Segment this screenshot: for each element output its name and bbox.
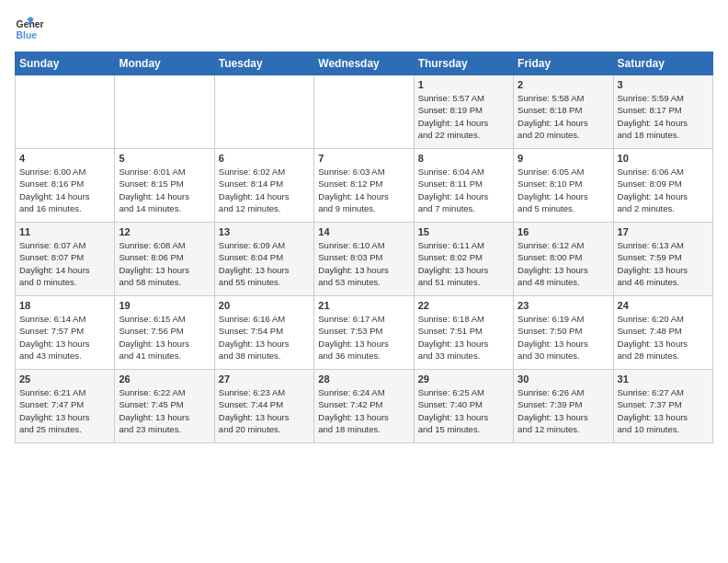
calendar-cell: 9Sunrise: 6:05 AM Sunset: 8:10 PM Daylig… (514, 149, 613, 223)
day-number: 21 (318, 300, 409, 311)
day-info: Sunrise: 6:27 AM Sunset: 7:37 PM Dayligh… (618, 386, 709, 435)
calendar-cell: 28Sunrise: 6:24 AM Sunset: 7:42 PM Dayli… (314, 370, 414, 443)
day-info: Sunrise: 6:12 AM Sunset: 8:00 PM Dayligh… (518, 239, 609, 288)
day-info: Sunrise: 5:59 AM Sunset: 8:17 PM Dayligh… (618, 92, 709, 141)
day-number: 14 (318, 226, 409, 237)
day-number: 2 (518, 79, 609, 90)
calendar-cell: 13Sunrise: 6:09 AM Sunset: 8:04 PM Dayli… (214, 223, 313, 296)
day-number: 27 (219, 373, 310, 385)
calendar-cell: 6Sunrise: 6:02 AM Sunset: 8:14 PM Daylig… (214, 149, 313, 223)
day-number: 24 (618, 300, 709, 311)
day-number: 9 (518, 153, 609, 164)
calendar-week-row: 18Sunrise: 6:14 AM Sunset: 7:57 PM Dayli… (16, 296, 713, 370)
weekday-header-thursday: Thursday (414, 52, 513, 75)
day-info: Sunrise: 6:13 AM Sunset: 7:59 PM Dayligh… (618, 239, 709, 288)
weekday-header-wednesday: Wednesday (314, 52, 414, 75)
day-info: Sunrise: 6:18 AM Sunset: 7:51 PM Dayligh… (418, 313, 509, 362)
day-info: Sunrise: 6:04 AM Sunset: 8:11 PM Dayligh… (418, 166, 509, 214)
calendar-cell: 1Sunrise: 5:57 AM Sunset: 8:19 PM Daylig… (414, 75, 513, 149)
calendar-cell: 5Sunrise: 6:01 AM Sunset: 8:15 PM Daylig… (115, 149, 214, 223)
day-number: 10 (618, 153, 709, 164)
svg-text:Blue: Blue (17, 30, 38, 40)
calendar-cell (115, 75, 214, 149)
day-number: 6 (219, 153, 310, 164)
weekday-header-tuesday: Tuesday (214, 52, 313, 75)
day-number: 28 (318, 373, 409, 385)
calendar-cell: 23Sunrise: 6:19 AM Sunset: 7:50 PM Dayli… (514, 296, 613, 370)
calendar-cell: 25Sunrise: 6:21 AM Sunset: 7:47 PM Dayli… (16, 370, 115, 443)
day-number: 11 (19, 226, 110, 237)
day-number: 25 (19, 373, 110, 385)
day-info: Sunrise: 6:01 AM Sunset: 8:15 PM Dayligh… (119, 166, 210, 214)
calendar-cell: 4Sunrise: 6:00 AM Sunset: 8:16 PM Daylig… (16, 149, 115, 223)
day-info: Sunrise: 6:06 AM Sunset: 8:09 PM Dayligh… (618, 166, 709, 214)
calendar-cell: 15Sunrise: 6:11 AM Sunset: 8:02 PM Dayli… (414, 223, 513, 296)
calendar-cell: 14Sunrise: 6:10 AM Sunset: 8:03 PM Dayli… (314, 223, 414, 296)
day-number: 16 (518, 226, 609, 237)
day-info: Sunrise: 6:09 AM Sunset: 8:04 PM Dayligh… (219, 239, 310, 288)
day-number: 17 (618, 226, 709, 237)
day-info: Sunrise: 6:17 AM Sunset: 7:53 PM Dayligh… (318, 313, 409, 362)
weekday-header-saturday: Saturday (613, 52, 712, 75)
day-info: Sunrise: 6:20 AM Sunset: 7:48 PM Dayligh… (618, 313, 709, 362)
day-info: Sunrise: 6:05 AM Sunset: 8:10 PM Dayligh… (518, 166, 609, 214)
calendar-cell: 24Sunrise: 6:20 AM Sunset: 7:48 PM Dayli… (613, 296, 712, 370)
day-info: Sunrise: 6:00 AM Sunset: 8:16 PM Dayligh… (19, 166, 110, 214)
day-info: Sunrise: 6:21 AM Sunset: 7:47 PM Dayligh… (19, 386, 110, 435)
day-number: 31 (618, 373, 709, 385)
day-number: 18 (19, 300, 110, 311)
weekday-header-friday: Friday (514, 52, 613, 75)
day-info: Sunrise: 6:14 AM Sunset: 7:57 PM Dayligh… (19, 313, 110, 362)
day-number: 20 (219, 300, 310, 311)
calendar-cell: 20Sunrise: 6:16 AM Sunset: 7:54 PM Dayli… (214, 296, 313, 370)
calendar-cell: 17Sunrise: 6:13 AM Sunset: 7:59 PM Dayli… (613, 223, 712, 296)
day-number: 12 (119, 226, 210, 237)
day-info: Sunrise: 6:11 AM Sunset: 8:02 PM Dayligh… (418, 239, 509, 288)
calendar-cell: 12Sunrise: 6:08 AM Sunset: 8:06 PM Dayli… (115, 223, 214, 296)
day-info: Sunrise: 6:16 AM Sunset: 7:54 PM Dayligh… (219, 313, 310, 362)
day-number: 29 (418, 373, 509, 385)
calendar-cell: 3Sunrise: 5:59 AM Sunset: 8:17 PM Daylig… (613, 75, 712, 149)
logo: General Blue (15, 15, 51, 44)
weekday-header-sunday: Sunday (16, 52, 115, 75)
calendar-cell: 11Sunrise: 6:07 AM Sunset: 8:07 PM Dayli… (16, 223, 115, 296)
calendar-cell (314, 75, 414, 149)
day-info: Sunrise: 6:26 AM Sunset: 7:39 PM Dayligh… (518, 386, 609, 435)
logo-icon: General Blue (15, 15, 44, 44)
day-number: 22 (418, 300, 509, 311)
calendar-cell: 29Sunrise: 6:25 AM Sunset: 7:40 PM Dayli… (414, 370, 513, 443)
day-number: 7 (318, 153, 409, 164)
calendar-cell: 31Sunrise: 6:27 AM Sunset: 7:37 PM Dayli… (613, 370, 712, 443)
calendar-week-row: 4Sunrise: 6:00 AM Sunset: 8:16 PM Daylig… (16, 149, 713, 223)
day-info: Sunrise: 6:25 AM Sunset: 7:40 PM Dayligh… (418, 386, 509, 435)
calendar-cell: 2Sunrise: 5:58 AM Sunset: 8:18 PM Daylig… (514, 75, 613, 149)
calendar-cell: 27Sunrise: 6:23 AM Sunset: 7:44 PM Dayli… (214, 370, 313, 443)
calendar-cell: 16Sunrise: 6:12 AM Sunset: 8:00 PM Dayli… (514, 223, 613, 296)
calendar-cell: 8Sunrise: 6:04 AM Sunset: 8:11 PM Daylig… (414, 149, 513, 223)
calendar-week-row: 25Sunrise: 6:21 AM Sunset: 7:47 PM Dayli… (16, 370, 713, 443)
day-number: 5 (119, 153, 210, 164)
calendar-cell: 26Sunrise: 6:22 AM Sunset: 7:45 PM Dayli… (115, 370, 214, 443)
day-info: Sunrise: 5:58 AM Sunset: 8:18 PM Dayligh… (518, 92, 609, 141)
day-info: Sunrise: 6:02 AM Sunset: 8:14 PM Dayligh… (219, 166, 310, 214)
calendar-week-row: 11Sunrise: 6:07 AM Sunset: 8:07 PM Dayli… (16, 223, 713, 296)
day-info: Sunrise: 6:07 AM Sunset: 8:07 PM Dayligh… (19, 239, 110, 288)
day-info: Sunrise: 6:03 AM Sunset: 8:12 PM Dayligh… (318, 166, 409, 214)
day-number: 13 (219, 226, 310, 237)
day-number: 23 (518, 300, 609, 311)
day-number: 4 (19, 153, 110, 164)
day-info: Sunrise: 6:23 AM Sunset: 7:44 PM Dayligh… (219, 386, 310, 435)
day-number: 8 (418, 153, 509, 164)
day-number: 3 (618, 79, 709, 90)
day-info: Sunrise: 6:19 AM Sunset: 7:50 PM Dayligh… (518, 313, 609, 362)
calendar-cell (214, 75, 313, 149)
calendar-cell: 18Sunrise: 6:14 AM Sunset: 7:57 PM Dayli… (16, 296, 115, 370)
calendar-cell: 10Sunrise: 6:06 AM Sunset: 8:09 PM Dayli… (613, 149, 712, 223)
day-info: Sunrise: 6:08 AM Sunset: 8:06 PM Dayligh… (119, 239, 210, 288)
weekday-header-monday: Monday (115, 52, 214, 75)
day-number: 1 (418, 79, 509, 90)
calendar-table: SundayMondayTuesdayWednesdayThursdayFrid… (15, 52, 713, 443)
day-number: 30 (518, 373, 609, 385)
day-number: 19 (119, 300, 210, 311)
calendar-cell (16, 75, 115, 149)
